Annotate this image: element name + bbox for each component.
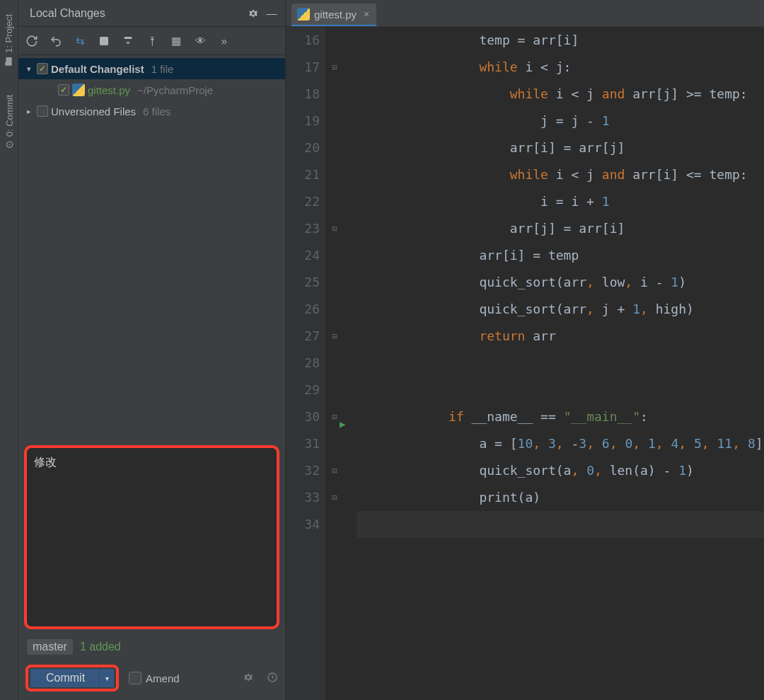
commit-status-line: master 1 added — [18, 633, 285, 660]
unversioned-meta: 6 files — [143, 105, 170, 117]
run-icon[interactable]: ▶ — [340, 411, 345, 437]
changed-file-path: ~/PycharmProje — [137, 84, 213, 96]
editor-tab-label: gittest.py — [314, 8, 357, 21]
changed-file-row[interactable]: gittest.py ~/PycharmProje — [18, 79, 285, 101]
changelist-default-row[interactable]: ▾ Default Changelist 1 file — [18, 58, 285, 79]
gear-icon[interactable] — [243, 672, 254, 685]
fold-column: ⊟⊟⊟⊟▶⊟⊟ — [325, 27, 354, 700]
commit-dropdown-button[interactable]: ▾ — [100, 669, 114, 687]
history-icon[interactable] — [267, 672, 278, 685]
svg-rect-0 — [100, 37, 108, 45]
tool-project-label: 1: Project — [4, 14, 14, 53]
amend-checkbox[interactable] — [129, 672, 141, 684]
editor-panel: gittest.py × 161718192021222324252627282… — [286, 0, 764, 700]
diff-icon[interactable]: ⇆ — [72, 33, 88, 49]
unversioned-row[interactable]: ▸ Unversioned Files 6 files — [18, 101, 285, 122]
rollback-icon[interactable] — [48, 33, 64, 49]
unversioned-checkbox[interactable] — [37, 105, 48, 117]
panel-title: Local Changes — [30, 7, 241, 20]
tool-window-strip: 1: Project ⊙ 0: Commit — [0, 0, 18, 700]
editor-tab[interactable]: gittest.py × — [291, 4, 376, 26]
code-area[interactable]: 16171819202122232425262728293031323334 ⊟… — [286, 27, 764, 700]
changelist-icon[interactable] — [96, 33, 112, 49]
more-icon[interactable]: » — [216, 33, 232, 49]
unshelve-icon[interactable]: ⭱ — [144, 33, 160, 49]
gear-icon[interactable] — [247, 7, 260, 20]
code-text[interactable]: temp = arr[i] while i < j: while i < j a… — [354, 27, 764, 700]
group-icon[interactable]: ▦ — [168, 33, 184, 49]
preview-icon[interactable]: 👁 — [192, 33, 208, 49]
changes-tree: ▾ Default Changelist 1 file gittest.py ~… — [18, 55, 285, 125]
refresh-icon[interactable] — [24, 33, 40, 49]
tree-spacer — [18, 125, 285, 441]
amend-checkbox-label[interactable]: Amend — [129, 672, 180, 684]
chevron-down-icon[interactable]: ▾ — [24, 64, 34, 74]
commit-button[interactable]: Commit — [30, 669, 100, 687]
branch-tag[interactable]: master — [27, 639, 73, 655]
changelist-meta: 1 file — [151, 63, 174, 75]
shelve-icon[interactable] — [120, 33, 136, 49]
commit-message-input[interactable] — [24, 445, 279, 629]
unversioned-label: Unversioned Files — [51, 105, 136, 117]
python-file-icon — [72, 84, 85, 96]
commit-tool-window: Local Changes — ⇆ ⭱ ▦ 👁 » ▾ Default Chan… — [18, 0, 286, 700]
line-gutter: 16171819202122232425262728293031323334 — [286, 27, 325, 700]
tool-commit-label: 0: Commit — [4, 95, 14, 137]
changelist-label: Default Changelist — [51, 63, 144, 75]
file-checkbox[interactable] — [58, 84, 69, 96]
close-tab-icon[interactable]: × — [364, 8, 369, 20]
tool-project-button[interactable]: 1: Project — [4, 14, 14, 67]
editor-tabs: gittest.py × — [286, 0, 764, 27]
added-count: 1 added — [80, 641, 121, 653]
amend-label: Amend — [146, 672, 180, 684]
tool-commit-button[interactable]: ⊙ 0: Commit — [4, 95, 15, 149]
commit-actions-row: Commit ▾ Amend — [18, 660, 285, 700]
python-file-icon — [297, 8, 310, 21]
changed-file-name: gittest.py — [88, 84, 130, 96]
minimize-icon[interactable]: — — [265, 7, 278, 20]
chevron-right-icon[interactable]: ▸ — [24, 107, 34, 116]
changes-toolbar: ⇆ ⭱ ▦ 👁 » — [18, 27, 285, 55]
panel-header: Local Changes — — [18, 0, 285, 27]
changelist-checkbox[interactable] — [37, 63, 48, 74]
